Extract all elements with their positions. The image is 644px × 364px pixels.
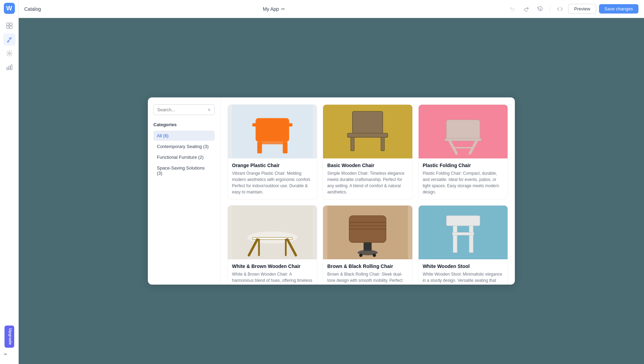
svg-rect-44	[453, 226, 457, 253]
undo-button[interactable]	[507, 3, 518, 15]
product-desc-white-brown-wooden: White & Brown Wooden Chair: A harmonious…	[232, 271, 313, 285]
sidebar-bottom: Upgrade ~	[4, 326, 15, 361]
product-card-white-brown-wooden[interactable]: White & Brown Wooden ChairWhite & Brown …	[227, 205, 317, 285]
product-name-white-brown-wooden: White & Brown Wooden Chair	[232, 263, 313, 269]
product-name-orange-plastic: Orange Plastic Chair	[232, 163, 313, 168]
product-name-brown-black-rolling: Brown & Black Rolling Chair	[327, 263, 408, 269]
category-item-space-saving[interactable]: Space-Saving Solutions (3)	[153, 163, 215, 178]
svg-rect-45	[469, 226, 473, 253]
left-sidebar: W Upgrade ~	[0, 0, 19, 364]
topbar-divider	[550, 6, 550, 12]
category-item-all[interactable]: All (6)	[153, 131, 215, 141]
svg-rect-10	[256, 118, 289, 142]
product-desc-orange-plastic: Vibrant Orange Plastic Chair: Melding mo…	[232, 170, 313, 195]
categories-label: Categories	[153, 122, 215, 127]
category-item-contemporary[interactable]: Contemporary Seating (3)	[153, 141, 215, 151]
upgrade-button[interactable]: Upgrade	[5, 326, 14, 348]
topbar-center: My App ✏	[45, 6, 503, 12]
topbar: Catalog My App ✏	[19, 0, 644, 18]
preview-button[interactable]: Preview	[568, 4, 596, 14]
history-button[interactable]	[535, 3, 546, 15]
product-desc-brown-black-rolling: Brown & Black Rolling Chair: Sleek dual-…	[327, 271, 408, 285]
svg-point-4	[8, 53, 10, 54]
filter-sidebar: ✕ Categories All (6)Contemporary Seating…	[148, 97, 221, 285]
svg-rect-38	[364, 243, 372, 251]
redo-button[interactable]	[521, 3, 532, 15]
product-image-brown-black-rolling	[323, 206, 412, 259]
products-area: Orange Plastic ChairVibrant Orange Plast…	[221, 97, 515, 285]
product-name-plastic-folding: Plastic Folding Chair	[423, 163, 503, 168]
topbar-title: Catalog	[24, 6, 41, 12]
sidebar-item-settings[interactable]	[3, 47, 16, 60]
svg-rect-0	[7, 23, 9, 25]
product-image-orange-plastic	[228, 105, 317, 158]
product-desc-white-wooden-stool: White Wooden Stool: Minimalistic eleganc…	[423, 271, 503, 285]
sidebar-item-grid[interactable]	[3, 19, 16, 32]
svg-rect-18	[351, 137, 355, 151]
canvas-area: ✕ Categories All (6)Contemporary Seating…	[19, 18, 644, 364]
svg-rect-6	[9, 66, 10, 70]
topbar-actions: Preview Save changes	[507, 3, 638, 15]
svg-rect-5	[7, 68, 8, 70]
wix-logo: ~	[4, 350, 15, 358]
app-panel: ✕ Categories All (6)Contemporary Seating…	[148, 97, 515, 285]
svg-rect-19	[381, 137, 385, 151]
svg-rect-2	[7, 26, 9, 28]
products-grid: Orange Plastic ChairVibrant Orange Plast…	[227, 104, 508, 285]
product-name-basic-wooden: Basic Wooden Chair	[327, 163, 408, 168]
svg-rect-3	[10, 26, 12, 28]
edit-icon[interactable]: ✏	[281, 6, 285, 12]
product-card-basic-wooden[interactable]: Basic Wooden ChairSimple Wooden Chair: T…	[323, 104, 412, 200]
svg-rect-11	[252, 123, 293, 127]
svg-point-40	[359, 254, 363, 257]
product-image-white-wooden-stool	[419, 206, 508, 259]
svg-rect-21	[446, 120, 480, 140]
product-desc-plastic-folding: Plastic Folding Chair: Compact, durable,…	[423, 170, 503, 195]
categories-list: All (6)Contemporary Seating (3)Functiona…	[153, 131, 215, 178]
save-button[interactable]: Save changes	[599, 4, 638, 14]
product-image-white-brown-wooden	[228, 206, 317, 259]
product-desc-basic-wooden: Simple Wooden Chair: Timeless elegance m…	[327, 170, 408, 195]
category-item-functional[interactable]: Functional Furniture (2)	[153, 152, 215, 162]
svg-rect-1	[10, 23, 12, 25]
sidebar-item-analytics[interactable]	[3, 61, 16, 73]
product-image-basic-wooden	[323, 105, 412, 158]
svg-rect-7	[11, 65, 12, 70]
search-box[interactable]: ✕	[153, 104, 215, 115]
svg-point-41	[373, 254, 376, 257]
product-card-brown-black-rolling[interactable]: Brown & Black Rolling ChairBrown & Black…	[323, 205, 412, 285]
svg-rect-16	[352, 111, 383, 135]
search-clear-icon[interactable]: ✕	[207, 107, 211, 112]
svg-rect-14	[259, 142, 286, 145]
product-image-plastic-folding	[419, 105, 508, 158]
product-card-plastic-folding[interactable]: Plastic Folding ChairPlastic Folding Cha…	[418, 104, 508, 200]
svg-rect-43	[446, 216, 480, 226]
product-card-orange-plastic[interactable]: Orange Plastic ChairVibrant Orange Plast…	[227, 104, 317, 200]
search-input[interactable]	[157, 107, 207, 112]
product-card-white-wooden-stool[interactable]: White Wooden StoolWhite Wooden Stool: Mi…	[418, 205, 508, 285]
code-button[interactable]	[554, 3, 565, 15]
svg-rect-46	[452, 233, 474, 235]
sidebar-item-tools[interactable]	[3, 33, 16, 46]
product-name-white-wooden-stool: White Wooden Stool	[423, 263, 503, 269]
svg-text:~: ~	[4, 352, 7, 357]
main-area: Catalog My App ✏	[19, 0, 644, 364]
svg-rect-17	[348, 133, 388, 137]
app-name: My App	[263, 6, 279, 12]
logo-icon[interactable]: W	[4, 3, 15, 14]
